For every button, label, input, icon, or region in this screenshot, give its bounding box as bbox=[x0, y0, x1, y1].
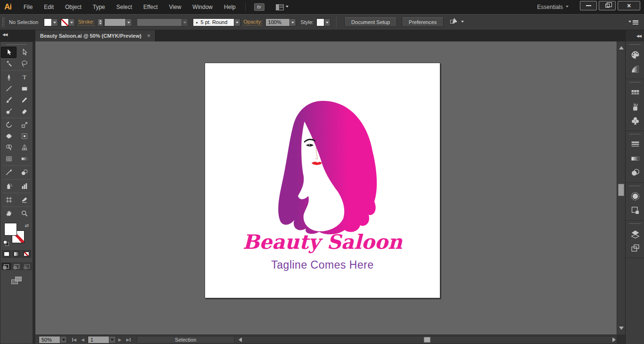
symbol-sprayer-tool[interactable] bbox=[1, 180, 17, 192]
beauty-logo-graphic[interactable] bbox=[264, 96, 382, 238]
brushes-panel[interactable] bbox=[626, 99, 644, 114]
panel-grip[interactable] bbox=[629, 185, 641, 187]
collapse-left-dock-icon[interactable]: ◀◀ bbox=[2, 33, 7, 37]
expand-panels-icon[interactable]: ◀◀ bbox=[636, 34, 641, 38]
panel-grip[interactable] bbox=[2, 17, 5, 27]
horizontal-scrollbar[interactable] bbox=[234, 336, 620, 344]
blob-brush-tool[interactable] bbox=[1, 106, 17, 117]
panel-grip[interactable] bbox=[629, 44, 641, 46]
paintbrush-tool[interactable] bbox=[1, 94, 17, 106]
menu-select[interactable]: Select bbox=[111, 1, 138, 13]
pencil-tool[interactable] bbox=[17, 94, 32, 106]
zoom-dropdown[interactable] bbox=[60, 336, 67, 344]
logo-tagline[interactable]: Tagline Comes Here bbox=[205, 259, 440, 271]
menu-type[interactable]: Type bbox=[87, 1, 111, 13]
eraser-tool[interactable] bbox=[17, 106, 32, 117]
minimize-button[interactable] bbox=[580, 1, 597, 10]
stroke-color-dropdown[interactable] bbox=[69, 18, 75, 26]
column-graph-tool[interactable] bbox=[17, 180, 32, 192]
next-artboard-button[interactable]: ▶ bbox=[116, 337, 124, 342]
menu-file[interactable]: File bbox=[18, 1, 38, 13]
arrange-documents-icon[interactable] bbox=[276, 4, 289, 10]
perspective-grid-tool[interactable] bbox=[17, 142, 32, 153]
panel-grip[interactable] bbox=[629, 133, 641, 135]
width-profile-dropdown[interactable] bbox=[182, 18, 188, 26]
graphic-styles-panel[interactable] bbox=[626, 203, 644, 217]
vertical-scroll-thumb[interactable] bbox=[618, 184, 624, 196]
artboard-navigation[interactable]: 1 bbox=[88, 336, 116, 344]
shape-builder-tool[interactable] bbox=[1, 142, 17, 153]
slice-tool[interactable] bbox=[17, 194, 32, 205]
stroke-weight-input[interactable] bbox=[104, 18, 126, 26]
color-panel[interactable] bbox=[626, 48, 644, 62]
menu-help[interactable]: Help bbox=[218, 1, 241, 13]
gradient-panel[interactable] bbox=[626, 151, 644, 165]
artboard-dropdown[interactable] bbox=[109, 336, 116, 344]
swap-fill-stroke-icon[interactable]: ⇄ bbox=[25, 223, 29, 228]
style-swatch[interactable] bbox=[316, 18, 324, 26]
canvas-pasteboard[interactable]: Beauty Saloon Tagline Comes Here bbox=[35, 41, 617, 335]
stroke-panel[interactable] bbox=[626, 137, 644, 151]
close-button[interactable]: × bbox=[618, 1, 640, 10]
appearance-panel[interactable] bbox=[626, 189, 644, 203]
direct-selection-tool[interactable] bbox=[17, 47, 32, 58]
scroll-up-icon[interactable] bbox=[619, 44, 624, 49]
panel-grip[interactable] bbox=[629, 223, 641, 225]
layers-panel[interactable] bbox=[626, 227, 644, 241]
brush-definition-select[interactable]: ● 5 pt. Round bbox=[193, 18, 234, 26]
artboard[interactable]: Beauty Saloon Tagline Comes Here bbox=[205, 63, 440, 298]
bridge-icon[interactable]: Br bbox=[254, 3, 264, 11]
rectangle-tool[interactable] bbox=[17, 83, 32, 94]
default-fill-stroke-icon[interactable] bbox=[3, 240, 9, 246]
opacity-dropdown[interactable] bbox=[290, 18, 296, 26]
first-artboard-button[interactable]: ◀ bbox=[70, 337, 79, 342]
scale-tool[interactable] bbox=[17, 119, 32, 131]
line-segment-tool[interactable] bbox=[1, 83, 17, 94]
logo-title[interactable]: Beauty Saloon bbox=[205, 230, 440, 254]
lasso-tool[interactable] bbox=[17, 58, 32, 69]
menu-view[interactable]: View bbox=[164, 1, 187, 13]
opacity-link[interactable]: Opacity: bbox=[243, 19, 262, 25]
opacity-input[interactable]: 100% bbox=[265, 18, 290, 26]
draw-inside-button[interactable] bbox=[22, 262, 32, 270]
tab-close-icon[interactable]: × bbox=[147, 33, 150, 39]
select-similar-icon[interactable] bbox=[450, 19, 459, 25]
transparency-panel[interactable] bbox=[626, 165, 644, 180]
eyedropper-tool[interactable] bbox=[1, 167, 17, 178]
workspace-switcher[interactable]: Essentials bbox=[537, 4, 569, 10]
swatches-panel[interactable] bbox=[626, 85, 644, 99]
stroke-link[interactable]: Stroke: bbox=[78, 19, 94, 25]
hand-tool[interactable] bbox=[1, 208, 17, 219]
artboard-tool[interactable] bbox=[1, 194, 17, 205]
zoom-control[interactable]: 50% bbox=[39, 336, 67, 344]
magic-wand-tool[interactable] bbox=[1, 58, 17, 69]
brush-definition-dropdown[interactable] bbox=[234, 18, 240, 26]
document-setup-button[interactable]: Document Setup bbox=[344, 17, 397, 27]
menu-window[interactable]: Window bbox=[187, 1, 218, 13]
fill-color-dropdown[interactable] bbox=[52, 18, 58, 26]
preferences-button[interactable]: Preferences bbox=[402, 17, 444, 27]
width-profile-select[interactable] bbox=[137, 18, 182, 26]
panel-grip[interactable] bbox=[629, 82, 641, 83]
previous-artboard-button[interactable]: ◀ bbox=[79, 337, 87, 342]
draw-normal-button[interactable] bbox=[1, 262, 11, 270]
color-guide-panel[interactable] bbox=[626, 62, 644, 76]
width-tool[interactable] bbox=[1, 131, 17, 142]
screen-mode-button[interactable] bbox=[11, 277, 22, 284]
artboard-number[interactable]: 1 bbox=[88, 336, 109, 344]
stroke-weight-stepper[interactable] bbox=[97, 18, 103, 26]
control-panel-menu-icon[interactable] bbox=[628, 20, 638, 25]
type-tool[interactable] bbox=[17, 72, 32, 83]
last-artboard-button[interactable]: ▶ bbox=[124, 337, 133, 342]
menu-effect[interactable]: Effect bbox=[138, 1, 163, 13]
select-similar-dropdown[interactable] bbox=[461, 21, 464, 24]
symbols-panel[interactable] bbox=[626, 114, 644, 128]
panel-grip[interactable] bbox=[6, 44, 27, 46]
color-button[interactable] bbox=[2, 250, 11, 258]
menu-object[interactable]: Object bbox=[59, 1, 87, 13]
scroll-down-icon[interactable] bbox=[619, 327, 624, 332]
document-tab[interactable]: Beauty Saloon.ai @ 50% (CMYK/Preview) × bbox=[35, 30, 156, 41]
artboards-panel[interactable] bbox=[626, 241, 644, 255]
menu-edit[interactable]: Edit bbox=[38, 1, 59, 13]
scroll-left-icon[interactable] bbox=[236, 337, 242, 342]
